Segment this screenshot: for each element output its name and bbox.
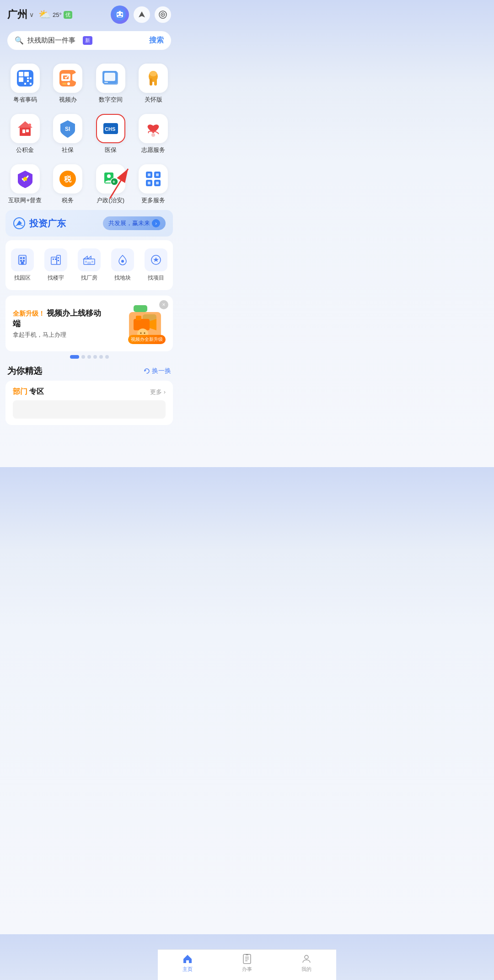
service-label-gjj: 公积金 bbox=[16, 146, 34, 154]
ad-badge: 视频办全新升级 bbox=[128, 335, 166, 344]
find-park-icon bbox=[11, 248, 34, 271]
service-label-yueshengma: 粤省事码 bbox=[13, 96, 37, 104]
service-label-digitalspace: 数字空间 bbox=[99, 96, 123, 104]
svg-rect-83 bbox=[134, 305, 147, 312]
ad-banner: 全新升级！ 视频办上线移动端 拿起手机，马上办理 × bbox=[5, 296, 173, 351]
search-placeholder-text: 扶残助困一件事 bbox=[27, 36, 77, 45]
weather-icon: ⛅ bbox=[38, 9, 51, 21]
navigation-icon bbox=[138, 11, 145, 18]
air-quality-badge: 优 bbox=[64, 11, 72, 19]
invest-slogan: 共发展，赢未来 bbox=[108, 219, 150, 227]
service-icon-caremode bbox=[139, 64, 168, 93]
search-button[interactable]: 搜索 bbox=[149, 36, 164, 45]
svg-marker-93 bbox=[145, 370, 146, 372]
service-label-more: 更多服务 bbox=[141, 196, 165, 205]
svg-point-92 bbox=[144, 333, 145, 334]
find-land[interactable]: 找地块 bbox=[106, 244, 140, 286]
foryou-title: 为你精选 bbox=[7, 365, 42, 377]
dept-card: 部门 专区 更多 › bbox=[5, 381, 173, 425]
svg-rect-78 bbox=[87, 262, 91, 264]
location-text: 广州 bbox=[7, 8, 27, 22]
service-icon-more bbox=[139, 164, 168, 194]
service-item-shebao[interactable]: SI 社保 bbox=[47, 109, 90, 160]
service-label-volunteer: 志愿服务 bbox=[141, 146, 165, 154]
svg-rect-69 bbox=[51, 257, 57, 264]
service-icon-internet bbox=[11, 164, 40, 194]
ad-image-area: 视频办全新升级 bbox=[106, 303, 166, 344]
svg-rect-4 bbox=[118, 16, 122, 17]
svg-point-42 bbox=[151, 133, 155, 137]
robot-avatar[interactable] bbox=[111, 5, 129, 24]
foryou-header: 为你精选 换一换 bbox=[0, 363, 178, 381]
service-item-gjj[interactable]: 公积金 bbox=[4, 109, 47, 160]
service-label-caremode: 关怀版 bbox=[145, 96, 162, 104]
service-icon-yueshengma bbox=[11, 64, 40, 93]
find-building[interactable]: 找楼宇 bbox=[39, 244, 72, 286]
svg-rect-36 bbox=[22, 129, 25, 133]
svg-rect-19 bbox=[24, 83, 26, 85]
svg-rect-88 bbox=[136, 316, 141, 320]
service-item-digitalspace[interactable]: 数字空间 bbox=[89, 59, 132, 109]
dot-2 bbox=[81, 355, 85, 359]
svg-rect-74 bbox=[58, 260, 59, 261]
invest-banner[interactable]: 投资广东 共发展，赢未来 › bbox=[5, 210, 173, 237]
service-item-yibao[interactable]: CHS 医保 bbox=[89, 109, 132, 160]
svg-point-10 bbox=[162, 14, 164, 16]
svg-rect-25 bbox=[62, 83, 67, 85]
dept-more-link[interactable]: 更多 › bbox=[150, 388, 166, 396]
search-bar[interactable]: 🔍 扶残助困一件事 新 搜索 bbox=[7, 31, 171, 50]
service-label-internet: 互联网+督查 bbox=[8, 196, 42, 205]
service-item-volunteer[interactable]: 志愿服务 bbox=[132, 109, 175, 160]
svg-rect-64 bbox=[20, 257, 22, 259]
find-factory-label: 找厂房 bbox=[81, 274, 97, 282]
location-arrow-icon: ∨ bbox=[29, 11, 34, 18]
svg-marker-76 bbox=[84, 256, 87, 259]
svg-point-24 bbox=[67, 82, 70, 85]
service-icon-police: + bbox=[96, 164, 125, 194]
invest-slogan-wrap[interactable]: 共发展，赢未来 › bbox=[103, 216, 166, 230]
find-land-icon bbox=[111, 248, 134, 271]
svg-rect-14 bbox=[24, 72, 29, 76]
service-label-yibao: 医保 bbox=[105, 146, 117, 154]
service-item-internet[interactable]: 互联网+督查 bbox=[4, 160, 47, 210]
foryou-refresh-button[interactable]: 换一换 bbox=[144, 367, 171, 375]
svg-point-38 bbox=[28, 124, 31, 126]
service-item-caremode[interactable]: 关怀版 bbox=[132, 59, 175, 109]
dept-header: 部门 专区 更多 › bbox=[13, 387, 166, 397]
find-factory[interactable]: 找厂房 bbox=[72, 244, 106, 286]
svg-marker-77 bbox=[87, 256, 91, 259]
find-building-icon bbox=[44, 248, 67, 271]
ad-tag: 全新升级！ 视频办上线移动端 bbox=[13, 308, 106, 329]
service-item-tax[interactable]: 税 税务 bbox=[47, 160, 90, 210]
svg-rect-57 bbox=[148, 182, 150, 184]
find-project-label: 找项目 bbox=[148, 274, 164, 282]
svg-rect-32 bbox=[154, 78, 157, 86]
find-project[interactable]: 找项目 bbox=[140, 244, 173, 286]
service-item-yueshengma[interactable]: 粤省事码 bbox=[4, 59, 47, 109]
service-icon-videooffice bbox=[53, 64, 82, 93]
carousel-dots bbox=[0, 355, 178, 359]
svg-rect-79 bbox=[85, 261, 87, 263]
header: 广州 ∨ ⛅ 25° 优 bbox=[0, 0, 178, 27]
svg-rect-16 bbox=[30, 77, 32, 79]
svg-point-6 bbox=[119, 10, 121, 11]
service-item-videooffice[interactable]: 视频办 bbox=[47, 59, 90, 109]
service-icon-digitalspace bbox=[96, 64, 125, 93]
location-nav-icon[interactable] bbox=[134, 6, 150, 23]
service-item-more[interactable]: 更多服务 bbox=[132, 160, 175, 210]
find-park-label: 找园区 bbox=[14, 274, 31, 282]
camera-icon-btn[interactable] bbox=[155, 6, 171, 23]
svg-rect-66 bbox=[20, 260, 22, 262]
find-services-grid: 找园区 找楼宇 bbox=[5, 240, 173, 290]
location-wrap[interactable]: 广州 ∨ ⛅ 25° 优 bbox=[7, 8, 72, 22]
find-park[interactable]: 找园区 bbox=[5, 244, 39, 286]
svg-rect-13 bbox=[19, 77, 23, 82]
services-grid: 粤省事码 视频办 bbox=[0, 55, 178, 210]
search-new-badge: 新 bbox=[83, 36, 92, 45]
service-item-police[interactable]: + 户政(治安) bbox=[89, 160, 132, 210]
svg-text:SI: SI bbox=[65, 126, 70, 132]
svg-rect-68 bbox=[21, 262, 24, 264]
svg-rect-12 bbox=[19, 72, 23, 76]
header-right bbox=[111, 5, 171, 24]
svg-point-81 bbox=[121, 260, 124, 263]
